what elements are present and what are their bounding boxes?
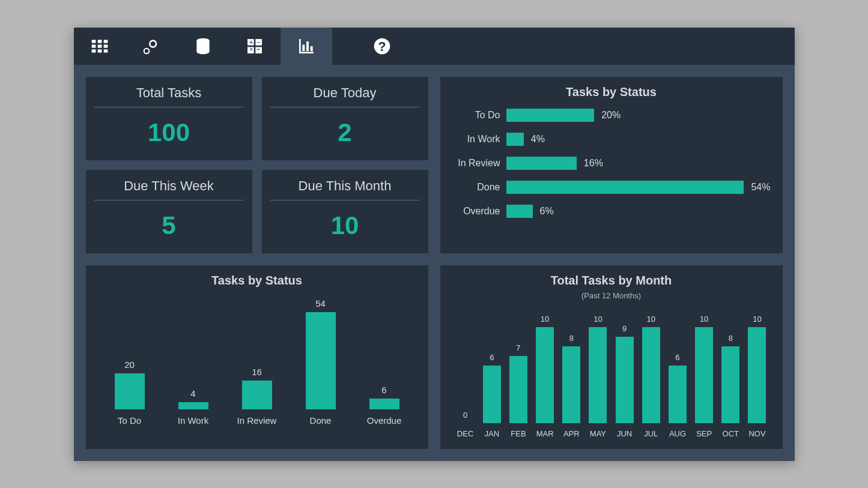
hbar-row: To Do20%: [452, 109, 771, 122]
vbar: 10MAR: [532, 315, 558, 438]
svg-rect-2: [103, 40, 108, 43]
kpi-value: 100: [86, 107, 252, 160]
svg-rect-4: [97, 44, 102, 47]
tab-database[interactable]: [177, 28, 229, 65]
vbar: 10JUL: [638, 315, 664, 438]
vbar-fill: [748, 327, 766, 423]
vbar-category: DEC: [457, 429, 473, 438]
svg-rect-18: [306, 41, 309, 51]
vbar-chart-status: 20To Do4In Work16In Review54Done6Overdue: [98, 294, 416, 426]
vbar-category: OCT: [723, 429, 739, 438]
vbar-value: 16: [252, 367, 262, 377]
panel-status-vertical: Tasks by Status 20To Do4In Work16In Revi…: [86, 265, 428, 449]
hbar-track: 20%: [506, 109, 771, 122]
vbar-category: FEB: [511, 429, 526, 438]
tab-calc[interactable]: +−×÷: [229, 28, 281, 65]
svg-rect-17: [302, 44, 305, 51]
hbar-label: In Work: [452, 134, 506, 145]
vbar-fill: [669, 366, 687, 423]
tab-bar: +−×÷ ?: [74, 28, 795, 65]
database-icon: [193, 37, 213, 56]
vbar-fill: [306, 312, 336, 409]
svg-rect-7: [97, 49, 102, 52]
vbar-chart-monthly: 0DEC6JAN7FEB10MAR8APR10MAY9JUN10JUL6AUG1…: [452, 306, 771, 438]
hbar-track: 54%: [506, 181, 771, 194]
vbar: 6AUG: [664, 353, 691, 438]
vbar-fill: [616, 337, 634, 423]
vbar-value: 9: [622, 324, 627, 333]
vbar-fill: [721, 346, 739, 423]
svg-rect-8: [103, 49, 108, 52]
svg-rect-3: [91, 44, 96, 47]
vbar-category: MAY: [590, 429, 606, 438]
vbar-category: JUL: [644, 429, 658, 438]
vbar-fill: [562, 346, 580, 423]
tab-settings[interactable]: [126, 28, 177, 65]
vbar-fill: [369, 399, 399, 409]
hbar-fill: [506, 181, 744, 194]
vbar-value: 10: [700, 315, 708, 324]
hbar-label: Done: [452, 182, 506, 193]
hbar-track: 4%: [506, 133, 771, 146]
vbar: 8APR: [558, 334, 584, 438]
hbar-fill: [506, 205, 533, 218]
kpi-title: Total Tasks: [94, 77, 244, 107]
kpi-value: 10: [262, 200, 428, 253]
hbar-row: In Work4%: [452, 133, 771, 146]
vbar-category: JAN: [484, 429, 499, 438]
svg-rect-1: [97, 40, 102, 43]
vbar-value: 8: [729, 334, 733, 343]
hbar-fill: [506, 109, 595, 122]
vbar-fill: [695, 327, 713, 423]
hbar-track: 16%: [506, 157, 771, 170]
panel-title: Tasks by Status: [98, 274, 416, 288]
hbar-value: 54%: [751, 182, 770, 193]
vbar: 6JAN: [479, 353, 505, 438]
vbar: 16In Review: [225, 367, 289, 426]
vbar: 10NOV: [744, 315, 770, 438]
hbar-row: Overdue6%: [452, 205, 771, 218]
vbar-category: Overdue: [367, 415, 402, 426]
hbar-value: 20%: [601, 110, 621, 121]
svg-text:−: −: [256, 38, 259, 46]
kpi-title: Due Today: [270, 77, 420, 107]
vbar-category: JUN: [617, 429, 632, 438]
kpi-title: Due This Week: [94, 170, 244, 200]
vbar-fill: [536, 327, 554, 423]
kpi-due-week: Due This Week 5: [86, 170, 252, 253]
svg-rect-19: [310, 46, 312, 51]
tab-help[interactable]: ?: [356, 28, 408, 65]
vbar: 4In Work: [162, 388, 225, 426]
vbar-value: 6: [381, 385, 386, 395]
vbar-fill: [589, 327, 607, 423]
vbar: 9JUN: [612, 324, 638, 438]
vbar: 0DEC: [452, 411, 479, 438]
vbar-category: SEP: [696, 429, 712, 438]
panel-subtitle: (Past 12 Months): [452, 291, 771, 300]
vbar-fill: [115, 373, 145, 409]
hbar-row: In Review16%: [452, 157, 771, 170]
svg-text:×: ×: [249, 46, 252, 53]
dashboard-app: +−×÷ ? Total Tasks 100 Due Today 2 Due T…: [74, 28, 795, 461]
kpi-title: Due This Month: [270, 170, 420, 200]
kpi-grid: Total Tasks 100 Due Today 2 Due This Wee…: [86, 77, 428, 253]
vbar-value: 0: [463, 411, 467, 420]
vbar-category: AUG: [669, 429, 686, 438]
vbar-value: 54: [315, 298, 326, 309]
vbar-value: 8: [569, 334, 574, 343]
vbar-fill: [509, 356, 527, 423]
svg-rect-0: [91, 40, 96, 43]
svg-text:?: ?: [378, 40, 386, 54]
kpi-due-month: Due This Month 10: [262, 170, 428, 253]
panel-title: Tasks by Status: [452, 85, 771, 99]
kpi-total-tasks: Total Tasks 100: [86, 77, 252, 160]
hbar-fill: [506, 157, 577, 170]
tab-charts[interactable]: [281, 28, 332, 65]
vbar: 8OCT: [717, 334, 744, 438]
vbar-value: 6: [675, 353, 679, 362]
chart-icon: [297, 37, 316, 56]
vbar-value: 10: [753, 315, 761, 324]
svg-rect-5: [103, 44, 108, 47]
tab-grid[interactable]: [74, 28, 126, 65]
vbar-category: NOV: [748, 429, 765, 438]
